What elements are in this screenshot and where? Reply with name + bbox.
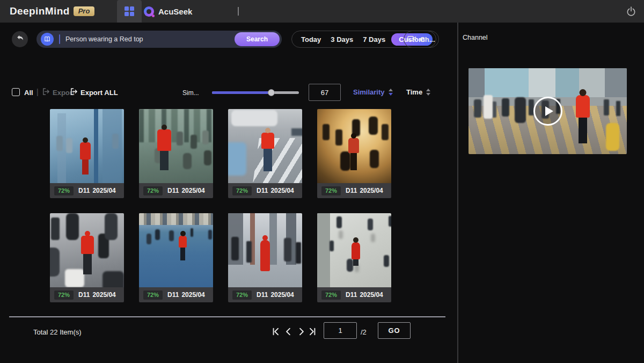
similarity-slider-label: Sim... xyxy=(182,89,199,97)
result-thumbnail[interactable] xyxy=(228,213,302,287)
result-thumbnail[interactable] xyxy=(317,213,391,287)
result-card: 72% D11 2025/04 xyxy=(317,109,391,198)
go-button[interactable]: GO xyxy=(378,322,411,339)
scene-detail xyxy=(317,213,330,287)
result-thumbnail[interactable] xyxy=(50,213,124,287)
result-caption: 72% D11 2025/04 xyxy=(228,183,302,198)
power-icon[interactable] xyxy=(626,6,636,17)
result-channel: D11 xyxy=(346,291,357,299)
result-date: 2025/04 xyxy=(270,291,294,299)
result-thumbnail[interactable] xyxy=(139,109,213,183)
scene-detail xyxy=(139,213,213,225)
previous-page-icon[interactable] xyxy=(284,327,294,337)
search-query-text: Person wearing a Red top xyxy=(65,35,143,43)
time-filter-today[interactable]: Today xyxy=(297,35,325,43)
app-logo: DeepinMind Pro xyxy=(10,0,94,23)
export-all-label: Export ALL xyxy=(80,89,118,97)
sort-arrows-icon xyxy=(426,89,430,96)
similarity-slider[interactable] xyxy=(212,87,299,98)
search-input[interactable]: Person wearing a Red top Search xyxy=(36,31,282,48)
scene-crowd xyxy=(51,217,60,240)
last-page-icon[interactable] xyxy=(308,327,318,337)
preview-buildings xyxy=(469,68,627,97)
result-caption: 72% D11 2025/04 xyxy=(50,287,124,302)
result-channel: D11 xyxy=(167,291,179,299)
scene-crowd-2 xyxy=(339,230,343,239)
result-card: 72% D11 2025/04 xyxy=(50,213,124,302)
scene-red-person xyxy=(179,236,187,248)
logo-text: DeepinMind xyxy=(10,5,70,17)
scene-crowd-2 xyxy=(65,269,84,287)
slider-handle[interactable] xyxy=(268,89,275,96)
result-date: 2025/04 xyxy=(270,187,294,194)
result-thumbnail[interactable] xyxy=(228,109,302,183)
back-button[interactable] xyxy=(12,31,28,47)
scene-red-person xyxy=(261,133,274,149)
scene-crowd xyxy=(231,110,277,126)
sort-by-similarity[interactable]: Similarity xyxy=(353,88,393,96)
similarity-badge: 72% xyxy=(143,291,163,300)
result-date: 2025/04 xyxy=(181,291,204,299)
preview-crowd-2 xyxy=(484,95,493,119)
page-number-input[interactable] xyxy=(324,322,357,339)
result-date: 2025/04 xyxy=(360,291,383,299)
slider-fill xyxy=(212,91,271,94)
result-date: 2025/04 xyxy=(92,187,115,194)
scene-detail xyxy=(94,109,98,183)
result-channel: D11 xyxy=(346,187,357,194)
result-caption: 72% D11 2025/04 xyxy=(317,183,391,198)
panel-divider xyxy=(457,23,458,363)
top-bar: DeepinMind Pro AcuSeek xyxy=(0,0,644,23)
scene-crowd xyxy=(323,124,330,140)
similarity-value-input[interactable] xyxy=(309,84,341,101)
scene-crowd xyxy=(231,237,239,260)
tab-apps[interactable] xyxy=(117,0,142,23)
result-date: 2025/04 xyxy=(92,291,115,299)
result-thumbnail[interactable] xyxy=(317,109,391,183)
select-all-checkbox[interactable] xyxy=(12,88,20,96)
channel-video-preview[interactable] xyxy=(469,68,627,154)
time-filter-7days[interactable]: 7 Days xyxy=(359,35,389,43)
scene-red-person xyxy=(348,138,359,153)
toolbar-separator: | xyxy=(36,88,39,96)
undo-arrow-icon xyxy=(16,34,24,45)
play-icon[interactable] xyxy=(533,97,562,126)
result-thumbnail[interactable] xyxy=(139,213,213,287)
channel-select-button[interactable]: Ch... xyxy=(404,31,439,48)
similarity-badge: 72% xyxy=(54,186,74,195)
similarity-badge: 72% xyxy=(232,186,252,195)
channel-panel-title: Channel xyxy=(463,34,488,41)
first-page-icon[interactable] xyxy=(271,327,281,337)
result-card: 72% D11 2025/04 xyxy=(50,109,124,198)
tab-acuseek[interactable]: AcuSeek xyxy=(144,0,192,23)
next-page-icon[interactable] xyxy=(297,327,306,337)
acuseek-label: AcuSeek xyxy=(158,7,192,16)
time-filter-3days[interactable]: 3 Days xyxy=(327,35,357,43)
footer-divider xyxy=(9,316,445,317)
result-card: 72% D11 2025/04 xyxy=(139,109,213,198)
result-caption: 72% D11 2025/04 xyxy=(228,287,302,302)
export-all-button[interactable]: Export ALL xyxy=(70,88,118,97)
scene-red-person xyxy=(260,240,270,271)
similarity-badge: 72% xyxy=(232,291,252,300)
result-channel: D11 xyxy=(78,187,90,194)
open-book-icon xyxy=(41,33,54,46)
result-channel: D11 xyxy=(257,291,268,299)
scene-crowd xyxy=(177,132,183,146)
result-thumbnail[interactable] xyxy=(50,109,124,183)
search-button[interactable]: Search xyxy=(235,32,280,46)
preview-red-person xyxy=(576,95,590,118)
result-date: 2025/04 xyxy=(360,187,383,194)
total-items-label: Total 22 Item(s) xyxy=(33,328,82,336)
scene-crowd xyxy=(56,136,63,151)
page-count-label: /2 xyxy=(361,328,367,336)
result-caption: 72% D11 2025/04 xyxy=(317,287,391,302)
sort-time-label: Time xyxy=(406,88,422,96)
scene-crowd xyxy=(155,229,160,240)
result-card: 72% D11 2025/04 xyxy=(139,213,213,302)
similarity-badge: 72% xyxy=(321,291,341,300)
sort-by-time[interactable]: Time xyxy=(406,88,430,96)
channel-button-label: Ch... xyxy=(420,35,435,43)
sort-similarity-label: Similarity xyxy=(353,88,385,96)
result-caption: 72% D11 2025/04 xyxy=(50,183,124,198)
